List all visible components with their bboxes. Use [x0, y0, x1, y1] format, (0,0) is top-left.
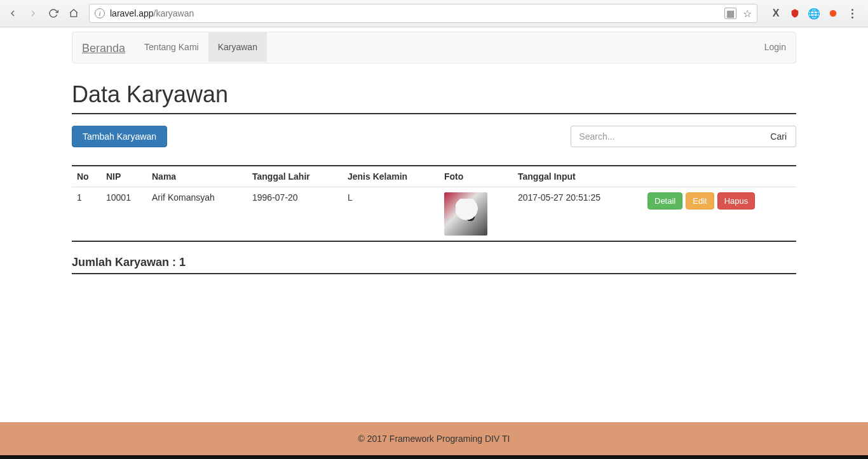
nav-item-karyawan[interactable]: Karyawan	[208, 32, 267, 63]
cell-foto	[439, 187, 513, 242]
extension-ublock-icon[interactable]	[789, 8, 801, 19]
cell-jk: L	[342, 187, 439, 242]
detail-button[interactable]: Detail	[648, 192, 682, 210]
count-divider	[72, 273, 796, 274]
delete-button[interactable]: Hapus	[717, 192, 756, 210]
employee-count: Jumlah Karyawan : 1	[72, 256, 796, 273]
table-row: 1 10001 Arif Komansyah 1996-07-20 L 2017…	[72, 187, 796, 242]
extensions-area: X 🌐	[764, 8, 864, 19]
taskbar	[0, 455, 868, 459]
login-link[interactable]: Login	[755, 32, 796, 63]
page-title: Data Karyawan	[72, 81, 796, 108]
cell-tgl-input: 2017-05-27 20:51:25	[513, 187, 642, 242]
back-button[interactable]	[4, 4, 22, 22]
browser-toolbar: i laravel.app/karyawan ▦ ☆ X 🌐	[0, 0, 868, 27]
home-button[interactable]	[65, 4, 83, 22]
main-navbar: Beranda Tentang Kami Karyawan Login	[72, 32, 796, 63]
url-host: laravel.app/karyawan	[110, 8, 194, 18]
bookmark-star-icon[interactable]: ☆	[743, 8, 752, 20]
search-input[interactable]	[571, 126, 761, 147]
search-form: Cari	[571, 126, 796, 147]
chrome-menu-icon[interactable]	[846, 9, 858, 18]
svg-point-0	[830, 10, 837, 17]
cell-nama: Arif Komansyah	[147, 187, 247, 242]
navbar-brand[interactable]: Beranda	[72, 32, 135, 63]
col-nip: NIP	[101, 166, 147, 187]
search-button[interactable]: Cari	[761, 126, 796, 147]
cell-tgl-lahir: 1996-07-20	[247, 187, 342, 242]
add-employee-button[interactable]: Tambah Karyawan	[72, 126, 167, 147]
extension-globe-icon[interactable]: 🌐	[808, 8, 820, 19]
employee-table: No NIP Nama Tanggal Lahir Jenis Kelamin …	[72, 165, 796, 242]
translate-icon[interactable]: ▦	[724, 8, 736, 19]
cell-actions: Detail Edit Hapus	[642, 187, 796, 242]
extension-x-icon[interactable]: X	[770, 8, 782, 19]
address-bar[interactable]: i laravel.app/karyawan ▦ ☆	[89, 4, 757, 23]
nav-link-karyawan[interactable]: Karyawan	[208, 32, 267, 62]
title-divider	[72, 113, 796, 114]
col-tgl-lahir: Tanggal Lahir	[247, 166, 342, 187]
col-foto: Foto	[439, 166, 513, 187]
extension-orange-icon[interactable]	[827, 8, 839, 19]
footer-text: © 2017 Framework Programing DIV TI	[358, 434, 510, 444]
cell-no: 1	[72, 187, 101, 242]
col-actions	[642, 166, 796, 187]
col-tgl-input: Tanggal Input	[513, 166, 642, 187]
page-footer: © 2017 Framework Programing DIV TI	[0, 422, 868, 455]
nav-link-tentang-kami[interactable]: Tentang Kami	[135, 32, 208, 62]
edit-button[interactable]: Edit	[686, 192, 714, 210]
cell-nip: 10001	[101, 187, 147, 242]
site-info-icon[interactable]: i	[95, 8, 105, 18]
col-jk: Jenis Kelamin	[342, 166, 439, 187]
col-no: No	[72, 166, 101, 187]
forward-button[interactable]	[24, 4, 42, 22]
col-nama: Nama	[147, 166, 247, 187]
reload-button[interactable]	[44, 4, 62, 22]
nav-item-tentang-kami[interactable]: Tentang Kami	[135, 32, 208, 63]
employee-photo	[444, 192, 487, 236]
